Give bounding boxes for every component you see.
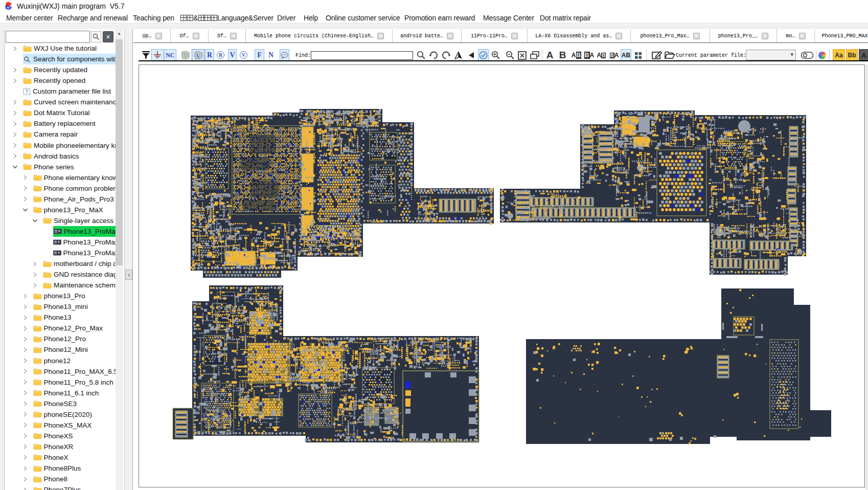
svg-text:U: U [196, 52, 200, 58]
svg-text:?: ? [25, 89, 28, 95]
svg-text:W: W [7, 6, 10, 10]
